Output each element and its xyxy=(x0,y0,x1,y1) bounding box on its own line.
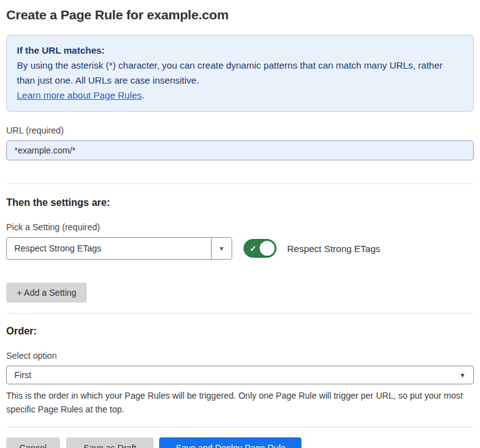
chevron-down-icon: ▼ xyxy=(218,245,225,252)
info-link-line: Learn more about Page Rules. xyxy=(17,88,463,103)
link-suffix: . xyxy=(142,90,144,100)
check-icon: ✓ xyxy=(250,245,257,253)
setting-row: Pick a Setting (required) Respect Strong… xyxy=(6,222,474,260)
url-field-label: URL (required) xyxy=(6,125,474,135)
setting-dropdown-value: Respect Strong ETags xyxy=(7,238,211,259)
section-divider xyxy=(6,427,474,427)
chevron-down-icon: ▼ xyxy=(459,372,473,379)
save-draft-button[interactable]: Save as Draft xyxy=(66,437,154,448)
setting-picker-label: Pick a Setting (required) xyxy=(6,222,232,232)
order-select-label: Select option xyxy=(6,351,474,361)
save-deploy-button[interactable]: Save and Deploy Page Rule xyxy=(159,437,301,448)
setting-picker-column: Pick a Setting (required) Respect Strong… xyxy=(6,222,232,260)
section-divider xyxy=(6,183,474,184)
order-select[interactable]: First ▼ xyxy=(6,366,474,384)
info-box-body: By using the asterisk (*) character, you… xyxy=(17,58,463,88)
toggle-knob xyxy=(260,241,275,256)
setting-dropdown[interactable]: Respect Strong ETags ▼ xyxy=(6,237,232,260)
create-page-rule-panel: Create a Page Rule for example.com If th… xyxy=(0,0,480,448)
order-help-text: This is the order in which your Page Rul… xyxy=(6,389,474,416)
url-match-info-box: If the URL matches: By using the asteris… xyxy=(6,35,474,112)
cancel-button[interactable]: Cancel xyxy=(6,437,60,448)
setting-toggle-group: ✓ Respect Strong ETags xyxy=(243,239,380,258)
dropdown-arrow-button[interactable]: ▼ xyxy=(211,238,232,259)
order-select-value: First xyxy=(7,370,459,380)
learn-more-link[interactable]: Learn more about Page Rules xyxy=(17,90,142,100)
setting-toggle-label: Respect Strong ETags xyxy=(287,243,380,254)
url-input[interactable] xyxy=(6,140,474,160)
settings-section-heading: Then the settings are: xyxy=(6,197,474,208)
page-title: Create a Page Rule for example.com xyxy=(6,7,474,22)
add-setting-button[interactable]: + Add a Setting xyxy=(6,283,87,303)
section-divider xyxy=(6,313,474,314)
order-section-heading: Order: xyxy=(6,326,474,337)
setting-toggle[interactable]: ✓ xyxy=(243,239,277,258)
footer-actions: Cancel Save as Draft Save and Deploy Pag… xyxy=(6,437,474,448)
info-box-heading: If the URL matches: xyxy=(17,43,463,58)
